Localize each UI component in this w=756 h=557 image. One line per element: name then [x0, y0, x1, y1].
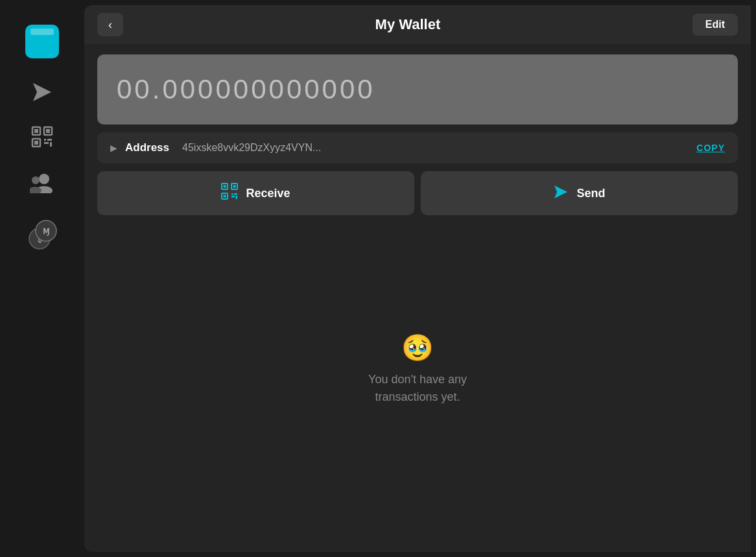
wallet-icon — [25, 25, 59, 58]
svg-rect-28 — [236, 196, 238, 199]
header: ‹ My Wallet Edit — [84, 5, 751, 44]
svg-rect-10 — [50, 142, 52, 147]
svg-rect-22 — [233, 185, 236, 188]
svg-rect-6 — [34, 141, 38, 145]
sidebar-item-wallet[interactable] — [0, 13, 84, 70]
svg-point-11 — [39, 174, 49, 184]
edit-button[interactable]: Edit — [692, 14, 738, 36]
qr-nav-icon — [31, 126, 53, 148]
contacts-icon — [30, 171, 54, 193]
address-label: Address — [125, 141, 169, 154]
address-left: ▶ Address 45ixske8vvk29DzXyyz4VYN... — [110, 141, 321, 154]
address-value: 45ixske8vvk29DzXyyz4VYN... — [182, 142, 321, 154]
balance-section: 00.000000000000 — [97, 54, 738, 124]
balance-amount: 00.000000000000 — [117, 74, 375, 105]
svg-rect-26 — [234, 193, 237, 195]
svg-rect-8 — [47, 139, 52, 141]
receive-label: Receive — [246, 187, 290, 200]
copy-button[interactable]: COPY — [696, 143, 725, 153]
svg-rect-24 — [224, 195, 226, 198]
send-label: Send — [576, 187, 605, 200]
main-content: ‹ My Wallet Edit 00.000000000000 ▶ Addre… — [84, 5, 751, 552]
svg-rect-9 — [44, 142, 49, 144]
svg-rect-20 — [224, 185, 226, 188]
svg-rect-25 — [231, 193, 233, 195]
svg-marker-0 — [33, 83, 51, 101]
svg-marker-29 — [554, 185, 567, 198]
sidebar-item-coins[interactable]: ₿ Ɱ — [0, 205, 84, 262]
coins-icon: ₿ Ɱ — [24, 217, 60, 250]
back-button[interactable]: ‹ — [97, 13, 123, 36]
svg-rect-27 — [231, 196, 235, 198]
svg-point-13 — [32, 176, 40, 184]
svg-text:Ɱ: Ɱ — [43, 227, 49, 236]
send-plane-icon — [553, 184, 569, 203]
svg-rect-7 — [44, 139, 46, 141]
empty-emoji: 🥹 — [401, 333, 434, 363]
address-section: ▶ Address 45ixske8vvk29DzXyyz4VYN... COP… — [97, 132, 738, 163]
sidebar: ₿ Ɱ — [0, 0, 84, 557]
svg-rect-2 — [34, 129, 38, 133]
receive-button[interactable]: Receive — [97, 171, 414, 215]
sidebar-item-contacts[interactable] — [0, 160, 84, 205]
address-expand-icon: ▶ — [110, 143, 117, 153]
page-title: My Wallet — [375, 16, 441, 33]
sidebar-item-send[interactable] — [0, 70, 84, 114]
empty-text: You don't have any transactions yet. — [368, 371, 467, 406]
action-buttons: Receive Send — [97, 171, 738, 215]
send-nav-icon — [32, 82, 53, 102]
svg-rect-4 — [46, 129, 50, 133]
empty-state: 🥹 You don't have any transactions yet. — [84, 226, 751, 552]
receive-qr-icon — [221, 183, 238, 204]
sidebar-item-qr[interactable] — [0, 114, 84, 160]
send-button[interactable]: Send — [421, 171, 738, 215]
